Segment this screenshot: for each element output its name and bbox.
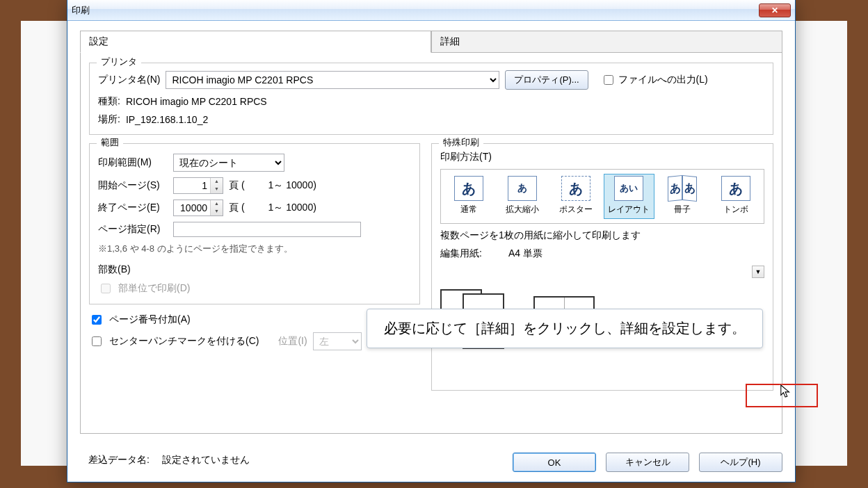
position-label: 位置(I) <box>278 335 307 348</box>
edit-paper-value: A4 単票 <box>508 247 542 260</box>
help-button[interactable]: ヘルプ(H) <box>699 453 782 472</box>
titlebar: 印刷 ✕ <box>67 0 795 21</box>
print-range-label: 印刷範囲(M) <box>98 156 168 169</box>
print-dialog: 印刷 ✕ 設定 詳細 プリンタ プリンタ名(N) RICOH imagio MP… <box>67 0 796 482</box>
output-to-file-checkbox[interactable] <box>604 75 613 85</box>
printer-location-label: 場所: <box>98 113 120 126</box>
center-punch-checkbox[interactable] <box>92 336 102 346</box>
method-trim[interactable]: あトンボ <box>710 174 761 219</box>
properties-button[interactable]: プロパティ(P)... <box>505 70 588 90</box>
printer-name-select[interactable]: RICOH imagio MP C2201 RPCS <box>166 71 499 89</box>
fieldset-printer: プリンタ プリンタ名(N) RICOH imagio MP C2201 RPCS… <box>89 63 773 135</box>
printer-type-value: RICOH imagio MP C2201 RPCS <box>126 96 267 107</box>
collate-checkbox <box>101 284 111 293</box>
printer-location-value: IP_192.168.1.10_2 <box>126 114 208 125</box>
method-normal[interactable]: あ通常 <box>444 174 495 219</box>
page-spec-input[interactable] <box>173 222 361 237</box>
spinner-down-icon[interactable]: ▼ <box>211 186 223 193</box>
window-title: 印刷 <box>72 4 90 17</box>
printer-type-label: 種類: <box>98 95 120 108</box>
position-select: 左 <box>313 332 362 350</box>
legend-special: 特殊印刷 <box>439 136 483 149</box>
center-punch-label: センターパンチマークを付ける(C) <box>109 335 259 348</box>
fieldset-range: 範囲 印刷範囲(M) 現在のシート 開始ページ(S) ▲▼ <box>89 143 420 304</box>
fieldset-special: 特殊印刷 印刷方法(T) あ通常 あ拡大縮小 あポスター あいレイアウト ああ冊… <box>431 143 773 391</box>
print-methods: あ通常 あ拡大縮小 あポスター あいレイアウト ああ冊子 あトンボ <box>440 169 764 224</box>
method-booklet[interactable]: ああ冊子 <box>657 174 708 219</box>
merge-data-row: 差込データ名: 設定されていません <box>88 454 250 466</box>
dropdown-icon[interactable]: ▼ <box>752 266 764 278</box>
ok-button[interactable]: OK <box>513 453 596 472</box>
method-scale[interactable]: あ拡大縮小 <box>497 174 548 219</box>
print-method-label: 印刷方法(T) <box>440 151 492 163</box>
output-to-file-label: ファイルへの出力(L) <box>618 74 708 86</box>
tab-details[interactable]: 詳細 <box>431 31 782 53</box>
print-range-select[interactable]: 現在のシート <box>173 154 284 172</box>
printer-name-label: プリンタ名(N) <box>98 74 160 86</box>
page-number-checkbox[interactable] <box>92 315 102 325</box>
page-spec-hint: ※1,3,6 や 4-8 のようにページを指定できます。 <box>98 243 411 255</box>
close-button[interactable]: ✕ <box>759 3 791 17</box>
collate-label: 部単位で印刷(D) <box>118 282 190 295</box>
instruction-tooltip: 必要に応じて［詳細］をクリックし、詳細を設定します。 <box>367 309 763 348</box>
method-poster[interactable]: あポスター <box>550 174 601 219</box>
start-page-label: 開始ページ(S) <box>98 179 168 192</box>
end-page-input[interactable]: ▲▼ <box>173 200 223 216</box>
end-page-label: 終了ページ(E) <box>98 202 168 214</box>
method-layout[interactable]: あいレイアウト <box>604 174 654 219</box>
legend-range: 範囲 <box>97 136 123 149</box>
copies-label: 部数(B) <box>98 263 168 276</box>
cancel-button[interactable]: キャンセル <box>606 453 689 472</box>
edit-paper-label: 編集用紙: <box>440 247 503 260</box>
spinner-up-icon[interactable]: ▲ <box>211 178 223 186</box>
legend-printer: プリンタ <box>97 56 141 68</box>
close-icon: ✕ <box>771 6 778 15</box>
page-spec-label: ページ指定(R) <box>98 223 168 236</box>
start-page-input[interactable]: ▲▼ <box>173 177 223 194</box>
spinner-down-icon[interactable]: ▼ <box>211 208 223 215</box>
method-desc: 複数ページを1枚の用紙に縮小して印刷します <box>440 229 641 242</box>
page-number-label: ページ番号付加(A) <box>109 314 191 326</box>
tab-settings[interactable]: 設定 <box>80 31 431 53</box>
spinner-up-icon[interactable]: ▲ <box>211 200 223 208</box>
